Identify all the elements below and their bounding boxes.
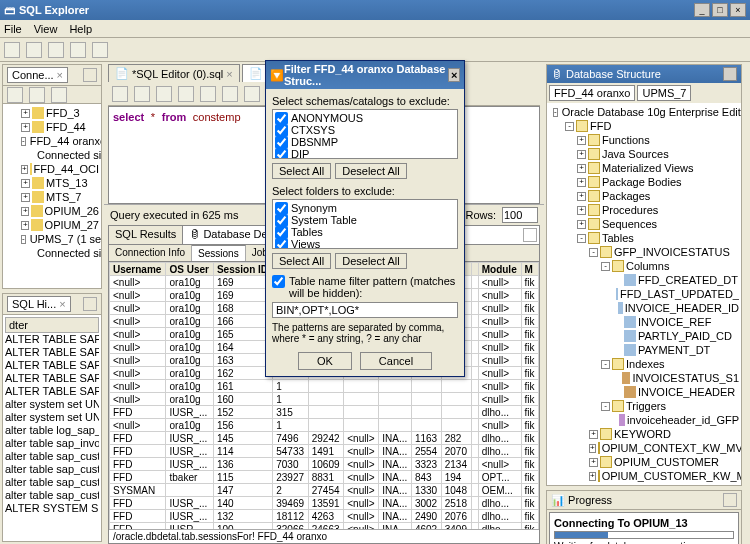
history-item[interactable]: alter table sap_customer (5, 463, 99, 476)
tree-item[interactable]: INVOICE_HEADER_ID (549, 301, 739, 315)
ok-button[interactable]: OK (298, 352, 352, 370)
table-row[interactable]: FFDIUSR_...145749629242<null>INA...11632… (110, 432, 539, 445)
table-row[interactable]: FFDIUSR_...152315dlho...fik (110, 406, 539, 419)
toolbar-icon[interactable] (222, 86, 238, 102)
connections-tree[interactable]: +FFD_3+FFD_44-FFD_44 oranxo (1Connected … (3, 104, 101, 288)
folders-listbox[interactable]: SynonymSystem TableTablesViews (272, 199, 458, 249)
tree-item[interactable]: INVOICE_REF (549, 315, 739, 329)
deselect-all-button[interactable]: Deselect All (335, 163, 406, 179)
history-item[interactable]: alter table sap_customer (5, 476, 99, 489)
history-item[interactable]: alter table sap_customer (5, 450, 99, 463)
db-tab[interactable]: UPMS_7 (637, 85, 691, 101)
results-tab-sql[interactable]: SQL Results (109, 226, 183, 244)
table-row[interactable]: FFDIUSR_...114547331491<null>INA...25542… (110, 445, 539, 458)
tree-item[interactable]: +MTS_7 (5, 190, 99, 204)
subtab-conninfo[interactable]: Connection Info (109, 245, 192, 261)
panel-menu-icon[interactable] (523, 228, 537, 242)
tree-item[interactable]: +OPIUM_27 (5, 218, 99, 232)
tree-item[interactable]: +FFD_44_OCI (5, 162, 99, 176)
deselect-all-button[interactable]: Deselect All (335, 253, 406, 269)
select-all-button[interactable]: Select All (272, 253, 331, 269)
tree-item[interactable]: +FFD_44 (5, 120, 99, 134)
history-list[interactable]: ALTER TABLE SAP_INVOIALTER TABLE SAP_STO… (5, 333, 99, 515)
pattern-input[interactable] (272, 302, 458, 318)
toolbar-icon[interactable] (48, 42, 64, 58)
panel-menu-icon[interactable] (723, 493, 737, 507)
editor-tab[interactable]: 📄*SQL Editor (0).sql× (108, 64, 240, 82)
tree-item[interactable]: -Columns (549, 259, 739, 273)
toolbar-icon[interactable] (244, 86, 260, 102)
db-tab[interactable]: FFD_44 oranxo (549, 85, 635, 101)
schema-checkbox-item[interactable]: ANONYMOUS (275, 112, 455, 124)
tree-item[interactable]: +Procedures (549, 203, 739, 217)
schemas-listbox[interactable]: ANONYMOUSCTXSYSDBSNMPDIP (272, 109, 458, 159)
column-header[interactable] (471, 263, 478, 276)
toolbar-icon[interactable] (156, 86, 172, 102)
table-row[interactable]: SYSMAN147227454<null>INA...13301048OEM..… (110, 484, 539, 497)
toolbar-icon[interactable] (70, 42, 86, 58)
tree-item[interactable]: FFD_CREATED_DT (549, 273, 739, 287)
pattern-checkbox[interactable] (272, 275, 285, 288)
tree-item[interactable]: invoiceheader_id_GFP (549, 413, 739, 427)
minimize-button[interactable]: _ (694, 3, 710, 17)
close-icon[interactable]: × (226, 68, 232, 80)
tree-item[interactable]: +Materialized Views (549, 161, 739, 175)
history-item[interactable]: ALTER TABLE SAP_STOCI (5, 359, 99, 372)
panel-menu-icon[interactable] (83, 297, 97, 311)
history-tab[interactable]: SQL Hi...× (7, 296, 71, 312)
history-item[interactable]: alter system set UNDO_R (5, 398, 99, 411)
connections-tab[interactable]: Conne...× (7, 67, 68, 83)
history-item[interactable]: alter table log_sap_invoic (5, 424, 99, 437)
tree-item[interactable]: -Oracle Database 10g Enterprise Edition … (549, 105, 739, 119)
toolbar-icon[interactable] (26, 42, 42, 58)
toolbar-icon[interactable] (178, 86, 194, 102)
tree-item[interactable]: +OPIUM_CUSTOMER_KW_MVW (549, 469, 739, 483)
toolbar-icon[interactable] (4, 42, 20, 58)
table-row[interactable]: FFDIUSR_...136703010609<null>INA...33232… (110, 458, 539, 471)
tree-item[interactable]: -FFD (549, 119, 739, 133)
tree-item[interactable]: Connected sir (5, 246, 99, 260)
tree-item[interactable]: +Package Bodies (549, 175, 739, 189)
tree-item[interactable]: Connected sir (5, 148, 99, 162)
menu-help[interactable]: Help (69, 23, 92, 35)
menu-file[interactable]: File (4, 23, 22, 35)
table-row[interactable]: FFDIUSR_...1403946913591<null>INA...3002… (110, 497, 539, 510)
column-header[interactable]: M (521, 263, 538, 276)
tree-item[interactable]: INVOICESTATUS_S1 (549, 371, 739, 385)
dialog-close-button[interactable]: × (448, 68, 460, 82)
tree-item[interactable]: -Tables (549, 231, 739, 245)
table-row[interactable]: FFDIUSR_...132181124263<null>INA...24902… (110, 510, 539, 523)
tree-item[interactable]: FFD_LAST_UPDATED_ (549, 287, 739, 301)
tree-item[interactable]: PARTLY_PAID_CD (549, 329, 739, 343)
tree-item[interactable]: PAYMENT_DT (549, 343, 739, 357)
tree-item[interactable]: +Packages (549, 189, 739, 203)
close-icon[interactable]: × (59, 298, 65, 310)
toolbar-icon[interactable] (134, 86, 150, 102)
history-filter-header[interactable]: dter (5, 317, 99, 333)
table-row[interactable]: FFDtbaker115239278831<null>INA...843194O… (110, 471, 539, 484)
menu-view[interactable]: View (34, 23, 58, 35)
limit-rows-input[interactable] (502, 207, 538, 223)
schema-checkbox-item[interactable]: DBSNMP (275, 136, 455, 148)
folder-checkbox-item[interactable]: Tables (275, 226, 455, 238)
schema-checkbox-item[interactable]: CTXSYS (275, 124, 455, 136)
tree-item[interactable]: +OPIUM_CONTEXT_KW_MVW (549, 441, 739, 455)
tree-item[interactable]: +OPIUM_CUSTOMER (549, 455, 739, 469)
table-row[interactable]: <null>ora10g1601<null>fik (110, 393, 539, 406)
close-icon[interactable]: × (57, 69, 63, 81)
maximize-button[interactable]: □ (712, 3, 728, 17)
toolbar-icon[interactable] (7, 87, 23, 103)
history-item[interactable]: alter system set UNDO_R (5, 411, 99, 424)
history-item[interactable]: alter table sap_customer (5, 489, 99, 502)
history-item[interactable]: ALTER SYSTEM SET CURS (5, 502, 99, 515)
close-icon[interactable] (723, 67, 737, 81)
history-item[interactable]: alter table sap_invoiceline (5, 437, 99, 450)
table-row[interactable]: <null>ora10g1611<null>fik (110, 380, 539, 393)
tree-item[interactable]: -Triggers (549, 399, 739, 413)
history-item[interactable]: ALTER TABLE SAP_INVOI (5, 333, 99, 346)
tree-item[interactable]: -FFD_44 oranxo (1 (5, 134, 99, 148)
column-header[interactable]: Module (478, 263, 521, 276)
panel-menu-icon[interactable] (83, 68, 97, 82)
history-item[interactable]: ALTER TABLE SAP_STOCI (5, 372, 99, 385)
folder-checkbox-item[interactable]: Views (275, 238, 455, 249)
